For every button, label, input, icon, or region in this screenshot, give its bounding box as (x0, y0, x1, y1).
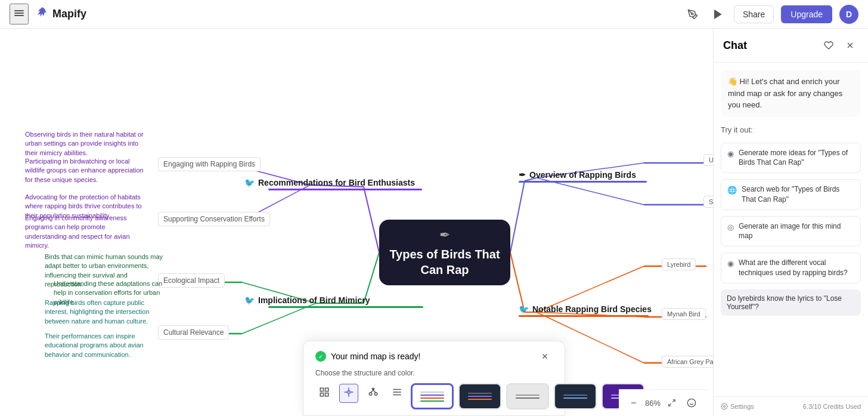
chat-panel: Chat 👋 Hi! Let's chat and enrich your mi… (713, 29, 868, 416)
chat-close-button[interactable] (842, 37, 858, 54)
overview-bar (519, 181, 647, 183)
suggestion-item-1[interactable]: ◉ Generate more ideas for "Types of Bird… (721, 143, 861, 174)
settings-link[interactable]: Settings (721, 403, 754, 410)
chat-settings-icon[interactable] (820, 37, 837, 54)
svg-line-56 (669, 403, 671, 406)
suggestion-text-4: What are the different vocal techniques … (739, 258, 854, 278)
zoom-bar: 86% (619, 389, 707, 416)
svg-line-11 (510, 252, 525, 312)
svg-point-57 (687, 399, 695, 406)
style-option-light[interactable] (411, 383, 454, 409)
svg-rect-38 (320, 393, 323, 396)
implications-bar (268, 306, 423, 308)
leaf-text-1: Observing birds in their natural habitat… (25, 130, 144, 158)
layout-icon-list[interactable] (388, 384, 406, 402)
credits-row: Settings 6.3/10 Credits Used (721, 403, 861, 410)
suggestion-text-2: Search web for "Types of Birds That Can … (742, 184, 854, 205)
zoom-smile-button[interactable] (683, 395, 700, 411)
feather-icon: ✒ (439, 227, 450, 243)
notif-title: ✓ Your mind map is ready! (315, 351, 420, 362)
style-options (411, 383, 644, 409)
avatar: D (839, 5, 858, 24)
notable-bar (519, 315, 649, 317)
notable-node[interactable]: 🐦 Notable Rapping Bird Species (519, 304, 652, 314)
implications-label: Implications of Bird Mimicry (258, 295, 370, 305)
suggestion-item-4[interactable]: ◉ What are the different vocal technique… (721, 252, 861, 284)
implications-node[interactable]: 🐦 Implications of Bird Mimicry (244, 295, 370, 305)
style-option-dark-lines[interactable] (458, 383, 501, 409)
play-button[interactable] (709, 5, 727, 23)
recommendations-label: Recommendations for Bird Enthusiasts (258, 178, 415, 187)
header: Mapify Share Upgrade D (0, 0, 868, 29)
pen-tool-button[interactable] (684, 5, 702, 23)
layout-icon-compact[interactable] (315, 384, 333, 402)
svg-rect-1 (14, 13, 24, 14)
svg-rect-39 (326, 393, 328, 396)
suggestion-icon-4: ◉ (727, 258, 734, 269)
layout-icon-selected[interactable] (339, 384, 358, 403)
share-button[interactable]: Share (734, 5, 774, 23)
sidebar-toggle-button[interactable] (10, 4, 29, 24)
suggestion-icon-1: ◉ (727, 149, 734, 159)
suggestion-icon-2: 🌐 (727, 185, 737, 196)
leaf-text-4: Engaging in community awareness programs… (25, 214, 144, 251)
notif-header: ✓ Your mind map is ready! (315, 349, 553, 364)
suggestion-icon-3: ◎ (727, 222, 734, 233)
recommendations-node[interactable]: 🐦 Recommendations for Bird Enthusiasts (244, 178, 415, 187)
notable-icon: 🐦 (519, 304, 529, 314)
suggestion-text-1: Generate more ideas for "Types of Birds … (739, 148, 854, 168)
notif-check-icon: ✓ (315, 351, 326, 362)
zoom-expand-button[interactable] (664, 395, 680, 411)
layout-icon-tree[interactable] (364, 384, 382, 402)
chat-user-message: Do lyrebirds know the lyrics to "Lose Yo… (721, 289, 861, 316)
lyrebird-sublabel[interactable]: Lyrebird (662, 258, 696, 270)
implications-icon: 🐦 (244, 295, 255, 305)
leaf-text-8: Their performances can inspire education… (45, 332, 164, 359)
svg-rect-0 (14, 10, 24, 11)
logo-text: Mapify (52, 8, 86, 20)
notable-label: Notable Rapping Bird Species (532, 304, 652, 314)
svg-rect-2 (14, 15, 24, 16)
svg-line-55 (672, 400, 675, 402)
style-option-gray[interactable] (506, 383, 549, 409)
overview-node[interactable]: ✒ Overview of Rapping Birds (519, 170, 636, 180)
svg-point-3 (692, 13, 693, 14)
chat-greeting: 👋 Hi! Let's chat and enrich your mind ma… (721, 70, 861, 117)
zoom-out-button[interactable] (626, 395, 641, 411)
mynah-sublabel[interactable]: Mynah Bird (662, 308, 706, 320)
leaf-text-7: Rapping birds often capture public inter… (45, 298, 164, 326)
svg-rect-37 (326, 388, 328, 391)
chat-footer: Settings 6.3/10 Credits Used (714, 396, 868, 416)
chat-header: Chat (714, 29, 868, 63)
credits-label: 6.3/10 Credits Used (803, 403, 861, 410)
svg-point-40 (348, 391, 351, 394)
center-node[interactable]: ✒ Types of Birds That Can Rap (379, 220, 510, 285)
overview-label: Overview of Rapping Birds (529, 170, 636, 180)
upgrade-button[interactable]: Upgrade (781, 5, 832, 23)
notif-subtitle: Choose the structure and color. (315, 369, 553, 377)
svg-marker-4 (715, 10, 721, 19)
svg-point-33 (724, 406, 726, 408)
header-left: Mapify (10, 4, 86, 24)
recommendations-bar (268, 189, 422, 190)
svg-point-49 (374, 393, 377, 396)
chat-body: 👋 Hi! Let's chat and enrich your mind ma… (714, 63, 868, 396)
layout-icons (315, 384, 406, 403)
overview-icon: ✒ (519, 170, 526, 180)
svg-line-9 (510, 181, 525, 252)
try-label: Try it out: (721, 125, 861, 134)
leaf-text-2: Participating in birdwatching or local w… (25, 157, 144, 184)
center-node-title: Types of Birds That Can Rap (389, 246, 501, 278)
cultural-sublabel[interactable]: Cultural Relevance (158, 325, 229, 340)
notif-title-text: Your mind map is ready! (331, 352, 420, 361)
suggestion-item-2[interactable]: 🌐 Search web for "Types of Birds That Ca… (721, 179, 861, 210)
suggestion-text-3: Generate an image for this mind map (739, 221, 854, 242)
logo-icon (36, 6, 49, 22)
style-option-dark-blue[interactable] (554, 383, 597, 409)
conservation-sublabel[interactable]: Supporting Conservation Efforts (158, 212, 270, 226)
notif-close-button[interactable] (537, 349, 553, 364)
engaging-sublabel[interactable]: Engaging with Rapping Birds (158, 157, 261, 171)
suggestion-item-3[interactable]: ◎ Generate an image for this mind map (721, 216, 861, 247)
svg-point-48 (369, 393, 372, 396)
svg-rect-36 (320, 388, 323, 391)
